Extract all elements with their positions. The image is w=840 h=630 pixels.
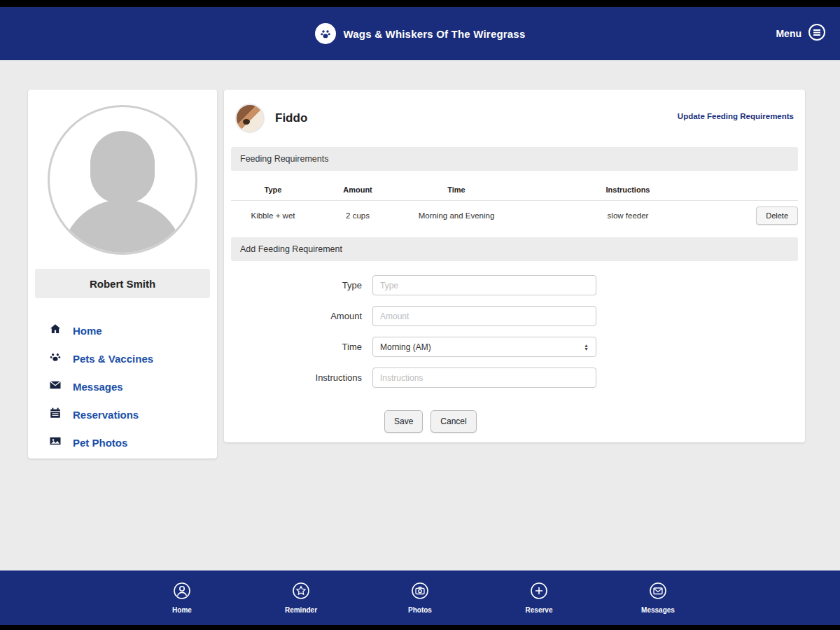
form-actions: Save Cancel	[384, 410, 805, 449]
table-header-row: Type Amount Time Instructions	[231, 179, 798, 201]
camera-circle-icon	[411, 582, 429, 603]
select-arrows-icon: ▲▼	[584, 344, 589, 351]
menu-button[interactable]: Menu	[776, 23, 826, 44]
bottom-nav-label: Reminder	[285, 606, 317, 614]
type-input[interactable]	[372, 275, 596, 295]
star-circle-icon	[292, 582, 310, 603]
sidebar-item-pets-vaccines[interactable]: Pets & Vaccines	[49, 344, 217, 372]
form-row-amount: Amount	[224, 306, 805, 326]
add-feeding-section-header: Add Feeding Requirement	[231, 237, 798, 261]
profile-sidebar: Robert Smith Home Pets & Vaccines	[28, 90, 217, 458]
pet-header: Fiddo Update Feeding Requirements	[224, 90, 805, 143]
bottom-nav-home[interactable]: Home	[154, 582, 210, 614]
app-title: Wags & Whiskers Of The Wiregrass	[344, 28, 526, 40]
avatar-head	[90, 131, 155, 204]
top-system-strip	[0, 0, 840, 7]
bottom-nav-label: Reserve	[526, 606, 553, 614]
instructions-label: Instructions	[224, 372, 372, 383]
save-button[interactable]: Save	[384, 410, 423, 433]
sidebar-item-label: Pet Photos	[73, 437, 127, 449]
pet-name: Fiddo	[275, 111, 307, 125]
cell-amount: 2 cups	[315, 211, 400, 220]
user-name: Robert Smith	[35, 269, 210, 298]
instructions-input[interactable]	[372, 368, 596, 388]
bottom-system-strip	[0, 625, 840, 630]
sidebar-item-label: Reservations	[73, 409, 139, 421]
amount-label: Amount	[224, 311, 372, 321]
photo-icon	[49, 435, 62, 450]
add-feeding-form: Type Amount Time Morning (AM) ▲▼ Instruc…	[224, 275, 805, 449]
sidebar-item-home[interactable]: Home	[49, 316, 217, 344]
amount-input[interactable]	[372, 306, 596, 326]
sidebar-item-reservations[interactable]: Reservations	[49, 400, 217, 428]
bottom-nav-label: Home	[172, 606, 192, 614]
pet-photo	[235, 104, 265, 133]
cell-type: Kibble + wet	[231, 211, 315, 220]
sidebar-item-messages[interactable]: Messages	[49, 372, 217, 400]
col-header-instructions: Instructions	[512, 186, 743, 194]
brand: Wags & Whiskers Of The Wiregrass	[315, 23, 526, 44]
sidebar-item-label: Home	[73, 325, 102, 337]
bottom-nav-reserve[interactable]: Reserve	[511, 582, 567, 614]
pet-detail-card: Fiddo Update Feeding Requirements Feedin…	[224, 90, 805, 442]
update-feeding-link[interactable]: Update Feeding Requirements	[678, 112, 794, 120]
delete-button[interactable]: Delete	[756, 206, 798, 225]
cell-time: Morning and Evening	[400, 211, 512, 220]
bottom-nav-reminder[interactable]: Reminder	[273, 582, 329, 614]
cell-instructions: slow feeder	[512, 211, 743, 220]
plus-circle-icon	[530, 582, 548, 603]
bottom-nav-label: Messages	[641, 606, 675, 614]
cancel-button[interactable]: Cancel	[430, 410, 476, 433]
avatar-shoulders	[61, 200, 184, 255]
bottom-nav-label: Photos	[408, 606, 432, 614]
type-label: Type	[224, 280, 372, 290]
col-header-amount: Amount	[315, 186, 400, 194]
paw-icon	[49, 351, 62, 366]
bottom-nav: Home Reminder Photos	[0, 570, 840, 625]
form-row-time: Time Morning (AM) ▲▼	[224, 337, 805, 357]
col-header-time: Time	[400, 186, 512, 194]
feeding-requirements-table: Type Amount Time Instructions Kibble + w…	[231, 179, 798, 233]
form-row-instructions: Instructions	[224, 368, 805, 388]
avatar	[48, 105, 197, 255]
mail-circle-icon	[649, 582, 667, 603]
calendar-icon	[49, 407, 62, 422]
bottom-nav-messages[interactable]: Messages	[630, 582, 686, 614]
time-select-value: Morning (AM)	[380, 342, 431, 352]
hamburger-icon	[808, 23, 826, 44]
col-header-type: Type	[231, 186, 315, 194]
home-icon	[49, 323, 62, 338]
bottom-nav-photos[interactable]: Photos	[392, 582, 448, 614]
time-label: Time	[224, 342, 372, 352]
envelope-icon	[49, 379, 62, 394]
table-row: Kibble + wet 2 cups Morning and Evening …	[231, 201, 798, 233]
brand-logo-icon	[315, 23, 336, 44]
form-row-type: Type	[224, 275, 805, 295]
menu-label: Menu	[776, 28, 802, 39]
sidebar-item-label: Messages	[73, 381, 123, 393]
feeding-requirements-section-header: Feeding Requirements	[231, 147, 798, 171]
sidebar-nav: Home Pets & Vaccines Messages	[49, 316, 217, 456]
app-header: Wags & Whiskers Of The Wiregrass Menu	[0, 7, 840, 60]
person-circle-icon	[173, 582, 191, 603]
time-select[interactable]: Morning (AM) ▲▼	[372, 337, 596, 357]
sidebar-item-label: Pets & Vaccines	[73, 353, 153, 365]
sidebar-item-pet-photos[interactable]: Pet Photos	[49, 428, 217, 456]
